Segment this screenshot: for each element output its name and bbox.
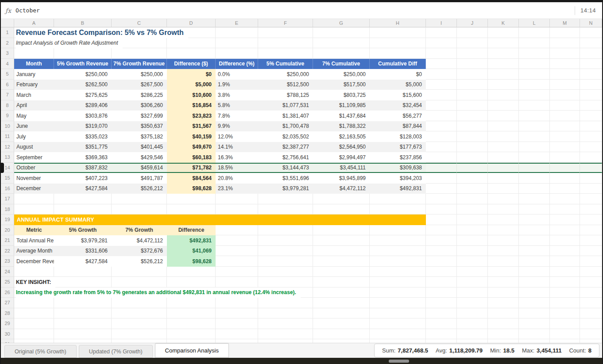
- cell-C9[interactable]: $327,699: [112, 111, 167, 121]
- cell-I13[interactable]: [426, 152, 457, 163]
- cell-C27[interactable]: [112, 298, 167, 308]
- cell-I10[interactable]: [426, 121, 457, 132]
- cell-E31[interactable]: [216, 339, 258, 343]
- cell-J9[interactable]: [457, 111, 488, 121]
- cell-H18[interactable]: [370, 204, 426, 215]
- cell-M19[interactable]: [550, 215, 580, 225]
- cell-G27[interactable]: [313, 298, 370, 308]
- cell-K24[interactable]: [488, 267, 519, 277]
- cell-F31[interactable]: [258, 339, 313, 343]
- cell-L17[interactable]: [519, 194, 550, 204]
- cell-N10[interactable]: [580, 121, 602, 132]
- formula-input[interactable]: October: [15, 7, 575, 14]
- cell-N28[interactable]: [580, 308, 602, 319]
- cell-I17[interactable]: [426, 194, 457, 204]
- cell-N20[interactable]: [580, 225, 602, 236]
- cell-B21[interactable]: $3,979,281: [54, 235, 112, 246]
- cell-I30[interactable]: [426, 329, 457, 340]
- cell-J3[interactable]: [457, 48, 488, 59]
- cell-L21[interactable]: [519, 235, 550, 246]
- cell-H11[interactable]: $128,003: [370, 131, 426, 142]
- cell-M2[interactable]: [550, 38, 580, 49]
- cell-B9[interactable]: $303,876: [54, 111, 112, 121]
- cell-F21[interactable]: [258, 235, 313, 246]
- cell-A24[interactable]: [14, 267, 54, 277]
- cell-M3[interactable]: [550, 48, 580, 59]
- cell-F11[interactable]: $2,035,502: [258, 131, 313, 142]
- col-header-H[interactable]: H: [370, 19, 426, 27]
- cell-N22[interactable]: [580, 246, 602, 257]
- cell-D28[interactable]: [167, 308, 216, 319]
- cell-E27[interactable]: [216, 298, 258, 308]
- cell-L28[interactable]: [519, 308, 550, 319]
- cell-I20[interactable]: [426, 225, 457, 236]
- row-header-31[interactable]: 31: [1, 339, 14, 343]
- cell-H25[interactable]: [370, 277, 426, 287]
- cell-L25[interactable]: [519, 277, 550, 287]
- cell-F7[interactable]: $788,125: [258, 90, 313, 100]
- cell-C15[interactable]: $491,787: [112, 173, 167, 184]
- col-header-D[interactable]: D: [167, 19, 216, 27]
- cell-H28[interactable]: [370, 308, 426, 319]
- cell-A8[interactable]: April: [14, 100, 54, 111]
- cell-L20[interactable]: [519, 225, 550, 236]
- row-header-17[interactable]: 17: [1, 194, 14, 204]
- cell-A19[interactable]: ANNUAL IMPACT SUMMARY: [14, 215, 426, 225]
- row-header-6[interactable]: 6: [1, 80, 14, 90]
- cell-N27[interactable]: [580, 298, 602, 308]
- cell-J12[interactable]: [457, 142, 488, 153]
- cell-H10[interactable]: $87,844: [370, 121, 426, 132]
- cell-E25[interactable]: [216, 277, 258, 287]
- cell-K2[interactable]: [488, 38, 519, 49]
- cell-J29[interactable]: [457, 318, 488, 329]
- cell-G18[interactable]: [313, 204, 370, 215]
- cell-C24[interactable]: [112, 267, 167, 277]
- cell-F6[interactable]: $512,500: [258, 80, 313, 90]
- cell-K8[interactable]: [488, 100, 519, 111]
- row-header-10[interactable]: 10: [1, 121, 14, 132]
- cell-K19[interactable]: [488, 215, 519, 225]
- cell-K6[interactable]: [488, 80, 519, 90]
- cell-N23[interactable]: [580, 256, 602, 267]
- cell-N5[interactable]: [580, 69, 602, 80]
- cell-I16[interactable]: [426, 184, 457, 194]
- cell-A29[interactable]: [14, 318, 54, 329]
- cell-J16[interactable]: [457, 184, 488, 194]
- cell-B12[interactable]: $351,775: [54, 142, 112, 153]
- cell-L29[interactable]: [519, 318, 550, 329]
- cell-E13[interactable]: 16.3%: [216, 152, 258, 163]
- cell-L19[interactable]: [519, 215, 550, 225]
- cell-J7[interactable]: [457, 90, 488, 100]
- cell-N29[interactable]: [580, 318, 602, 329]
- cell-N25[interactable]: [580, 277, 602, 287]
- cell-C30[interactable]: [112, 329, 167, 340]
- row-header-25[interactable]: 25: [1, 277, 14, 287]
- cell-D7[interactable]: $10,600: [167, 90, 216, 100]
- cell-K5[interactable]: [488, 69, 519, 80]
- col-header-N[interactable]: N: [580, 19, 602, 27]
- cell-E7[interactable]: 3.8%: [216, 90, 258, 100]
- cell-B8[interactable]: $289,406: [54, 100, 112, 111]
- cell-I31[interactable]: [426, 339, 457, 343]
- row-header-22[interactable]: 22: [1, 246, 14, 257]
- col-header-G[interactable]: G: [313, 19, 370, 27]
- col-header-L[interactable]: L: [519, 19, 550, 27]
- cell-N9[interactable]: [580, 111, 602, 121]
- cell-E11[interactable]: 12.0%: [216, 131, 258, 142]
- col-header-K[interactable]: K: [488, 19, 519, 27]
- cell-H4[interactable]: Cumulative Diff: [370, 59, 426, 69]
- cell-F25[interactable]: [258, 277, 313, 287]
- cell-G14[interactable]: $3,454,111: [313, 163, 370, 173]
- row-header-19[interactable]: 19: [1, 215, 14, 225]
- cell-N21[interactable]: [580, 235, 602, 246]
- cell-G17[interactable]: [313, 194, 370, 204]
- cell-B15[interactable]: $407,223: [54, 173, 112, 184]
- cell-D8[interactable]: $16,854: [167, 100, 216, 111]
- cell-F12[interactable]: $2,387,277: [258, 142, 313, 153]
- cell-C8[interactable]: $306,260: [112, 100, 167, 111]
- cell-G5[interactable]: $250,000: [313, 69, 370, 80]
- row-header-16[interactable]: 16: [1, 184, 14, 194]
- cell-M28[interactable]: [550, 308, 580, 319]
- cell-H21[interactable]: [370, 235, 426, 246]
- cell-D25[interactable]: [167, 277, 216, 287]
